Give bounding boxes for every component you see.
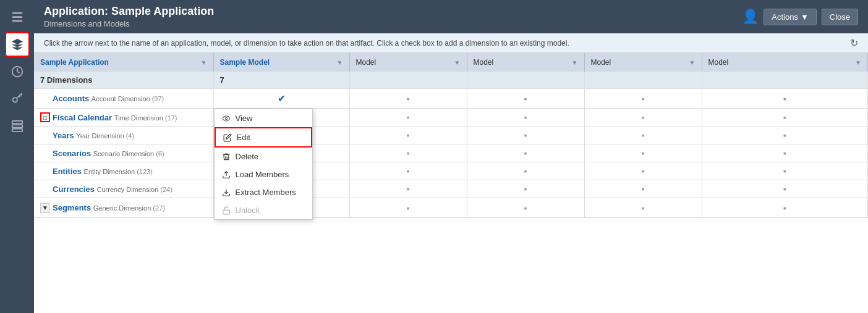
years-sq-2[interactable]: ▪ bbox=[349, 127, 467, 144]
segments-cell: ▼ Segments Generic Dimension (27) bbox=[34, 198, 213, 218]
menu-item-edit[interactable]: Edit bbox=[215, 127, 312, 148]
menu-item-extract[interactable]: Extract Members bbox=[215, 183, 312, 201]
svg-rect-5 bbox=[12, 121, 22, 124]
fiscal-sq-4[interactable]: ▪ bbox=[584, 109, 702, 127]
currencies-sq-4[interactable]: ▪ bbox=[584, 180, 702, 198]
segments-sq-4[interactable]: ▪ bbox=[584, 198, 702, 218]
menu-item-delete[interactable]: Delete bbox=[215, 148, 312, 165]
col-model-2-arrow[interactable]: ▼ bbox=[454, 59, 461, 66]
col-model-3-arrow[interactable]: ▼ bbox=[572, 59, 578, 66]
segments-expand-button[interactable]: ▼ bbox=[40, 203, 50, 213]
scenarios-name[interactable]: Scenarios bbox=[53, 149, 91, 158]
fiscal-expand-button[interactable]: □ bbox=[40, 112, 50, 122]
entities-sq-2[interactable]: ▪ bbox=[349, 162, 467, 180]
currencies-cell: Currencies Currency Dimension (24) bbox=[34, 180, 213, 198]
entities-sq-4[interactable]: ▪ bbox=[584, 162, 702, 180]
segments-sq-2[interactable]: ▪ bbox=[349, 198, 467, 218]
table-row: Years Year Dimension (4) ▪ ▪ ▪ ▪ ▪ bbox=[34, 127, 868, 144]
scenarios-sq-5[interactable]: ▪ bbox=[702, 144, 868, 162]
col-model-2: Model ▼ bbox=[349, 53, 467, 72]
years-cell: Years Year Dimension (4) bbox=[34, 127, 213, 144]
close-button[interactable]: Close bbox=[822, 9, 858, 25]
menu-view-label: View bbox=[236, 114, 253, 123]
extract-icon bbox=[222, 188, 231, 197]
actions-button[interactable]: Actions ▼ bbox=[764, 9, 817, 25]
accounts-check-1[interactable]: ✔ bbox=[213, 89, 349, 109]
col-model-5-arrow[interactable]: ▼ bbox=[855, 59, 861, 66]
view-icon bbox=[222, 114, 231, 123]
cube-icon[interactable] bbox=[5, 32, 30, 57]
accounts-sq-5[interactable]: ▪ bbox=[702, 89, 868, 109]
scenarios-sq-3[interactable]: ▪ bbox=[467, 144, 584, 162]
scenarios-sq-2[interactable]: ▪ bbox=[349, 144, 467, 162]
accounts-sub: Account Dimension (97) bbox=[91, 95, 164, 102]
years-sq-3[interactable]: ▪ bbox=[467, 127, 584, 144]
scenarios-sq-4[interactable]: ▪ bbox=[584, 144, 702, 162]
menu-item-view[interactable]: View bbox=[215, 109, 312, 127]
edit-icon bbox=[223, 133, 232, 142]
menu-item-unlock: Unlock bbox=[215, 201, 312, 219]
currencies-sq-3[interactable]: ▪ bbox=[467, 180, 584, 198]
menu-unlock-label: Unlock bbox=[236, 206, 260, 215]
fiscal-sq-3[interactable]: ▪ bbox=[467, 109, 584, 127]
years-sq-4[interactable]: ▪ bbox=[584, 127, 702, 144]
entities-name[interactable]: Entities bbox=[53, 167, 82, 176]
fiscal-sq-5[interactable]: ▪ bbox=[702, 109, 868, 127]
segments-sq-3[interactable]: ▪ bbox=[467, 198, 584, 218]
fiscal-sq-2[interactable]: ▪ bbox=[349, 109, 467, 127]
entities-cell: Entities Entity Dimension (123) bbox=[34, 162, 213, 180]
col-model-5: Model ▼ bbox=[702, 53, 868, 72]
accounts-sq-3[interactable]: ▪ bbox=[467, 89, 584, 109]
table-header-row: Sample Application ▼ Sample Model ▼ bbox=[34, 53, 868, 72]
entities-sq-3[interactable]: ▪ bbox=[467, 162, 584, 180]
svg-rect-6 bbox=[12, 125, 22, 128]
header: Application: Sample Application Dimensio… bbox=[34, 0, 868, 33]
context-menu: View Edit Delete bbox=[214, 109, 313, 220]
fiscal-name[interactable]: Fiscal Calendar bbox=[53, 113, 112, 122]
menu-item-load[interactable]: Load Members bbox=[215, 165, 312, 183]
server-icon[interactable] bbox=[5, 114, 30, 138]
fiscal-check-1[interactable]: View Edit Delete bbox=[213, 109, 349, 127]
accounts-name[interactable]: Accounts bbox=[53, 94, 89, 103]
accounts-cell: Accounts Account Dimension (97) bbox=[34, 89, 213, 109]
col-model-3-label: Model bbox=[474, 58, 494, 67]
clock-icon[interactable] bbox=[5, 59, 30, 84]
col-app-arrow[interactable]: ▼ bbox=[201, 59, 207, 66]
menu-edit-label: Edit bbox=[237, 133, 250, 142]
table-row: Currencies Currency Dimension (24) ▪ ▪ ▪… bbox=[34, 180, 868, 198]
delete-icon bbox=[222, 152, 231, 161]
home-icon[interactable] bbox=[5, 5, 30, 30]
table-row: Entities Entity Dimension (123) ▪ ▪ ▪ ▪ … bbox=[34, 162, 868, 180]
col-app-label: Sample Application bbox=[40, 58, 109, 67]
segments-name[interactable]: Segments bbox=[53, 203, 91, 212]
accounts-sq-4[interactable]: ▪ bbox=[584, 89, 702, 109]
menu-load-label: Load Members bbox=[236, 170, 289, 179]
entities-sq-5[interactable]: ▪ bbox=[702, 162, 868, 180]
years-sq-5[interactable]: ▪ bbox=[702, 127, 868, 144]
key-icon[interactable] bbox=[5, 86, 30, 111]
col-model-4-arrow[interactable]: ▼ bbox=[689, 59, 696, 66]
currencies-name[interactable]: Currencies bbox=[53, 185, 95, 194]
currencies-sq-5[interactable]: ▪ bbox=[702, 180, 868, 198]
refresh-icon[interactable]: ↻ bbox=[850, 37, 858, 49]
context-menu-overlay: View Edit Delete bbox=[214, 109, 313, 220]
col-model-1-arrow[interactable]: ▼ bbox=[337, 59, 343, 66]
info-bar: Click the arrow next to the name of an a… bbox=[34, 33, 868, 53]
segments-sq-5[interactable]: ▪ bbox=[702, 198, 868, 218]
accounts-sq-2[interactable]: ▪ bbox=[349, 89, 467, 109]
menu-delete-label: Delete bbox=[236, 152, 259, 161]
sidebar bbox=[0, 0, 34, 313]
table-row: ▼ Segments Generic Dimension (27) ✔ ▪ ▪ … bbox=[34, 198, 868, 218]
load-icon bbox=[222, 170, 231, 179]
svg-point-8 bbox=[225, 117, 228, 120]
unlock-icon bbox=[222, 206, 231, 215]
years-name[interactable]: Years bbox=[53, 131, 74, 140]
segments-sub: Generic Dimension (27) bbox=[93, 204, 165, 212]
col-model-2-label: Model bbox=[356, 58, 377, 67]
fiscal-sub: Time Dimension (17) bbox=[114, 114, 177, 122]
svg-rect-0 bbox=[12, 12, 22, 14]
fiscal-cell: □ Fiscal Calendar Time Dimension (17) bbox=[34, 109, 213, 127]
svg-point-4 bbox=[12, 98, 17, 102]
currencies-sq-2[interactable]: ▪ bbox=[349, 180, 467, 198]
dim-count-label: 7 Dimensions bbox=[34, 72, 213, 89]
